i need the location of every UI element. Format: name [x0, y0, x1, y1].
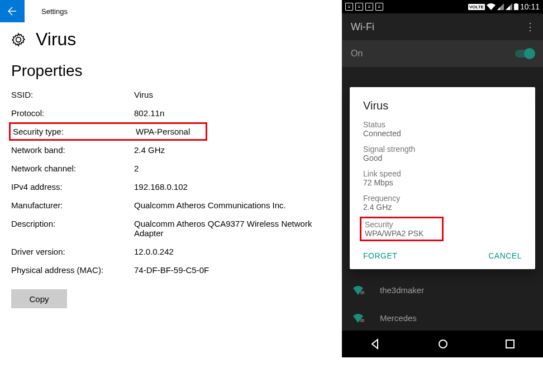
row-manufacturer: Manufacturer:Qualcomm Atheros Communicat…: [11, 196, 324, 214]
toggle-knob: [524, 48, 535, 59]
nav-back-icon[interactable]: [370, 338, 381, 350]
cancel-button[interactable]: CANCEL: [488, 251, 522, 260]
app-bar-title: Wi-Fi: [351, 21, 374, 33]
volte-badge: VOLTE: [468, 4, 485, 10]
svg-rect-2: [360, 291, 364, 294]
svg-rect-3: [360, 319, 364, 322]
properties-heading: Properties: [0, 50, 335, 85]
value: 2.4 GHz: [363, 203, 522, 212]
properties-list: SSID:Virus Protocol:802.11n Security typ…: [0, 85, 335, 279]
row-protocol: Protocol:802.11n: [11, 104, 324, 122]
value: Virus: [134, 90, 324, 99]
svg-point-4: [439, 340, 447, 348]
value: WPA/WPA2 PSK: [365, 229, 439, 238]
nav-recent-icon[interactable]: [505, 339, 515, 349]
network-name: Mercedes: [380, 313, 417, 323]
label: Description:: [11, 219, 134, 238]
forget-button[interactable]: FORGET: [363, 251, 397, 260]
wifi-details-dialog: Virus StatusConnected Signal strengthGoo…: [350, 87, 535, 269]
label: Security type:: [13, 127, 136, 136]
notification-icon: ≡: [365, 3, 373, 11]
on-label: On: [351, 49, 363, 59]
svg-rect-0: [514, 4, 518, 10]
wifi-toggle-row: On: [342, 40, 543, 67]
wifi-icon: [487, 3, 496, 10]
row-security: Security type:WPA-Personal: [11, 122, 324, 141]
svg-rect-5: [506, 340, 514, 348]
titlebar: Settings: [0, 0, 335, 22]
wifi-secure-icon: [352, 313, 364, 323]
label: Link speed: [363, 169, 522, 178]
nav-home-icon[interactable]: [437, 338, 449, 350]
label: Status: [363, 120, 522, 129]
row-driver: Driver version:12.0.0.242: [11, 242, 324, 261]
status-bar: ≡ ≡ ≡ ≡ VOLTE 10:11: [342, 0, 543, 13]
value: 2: [134, 164, 324, 173]
android-wifi-pane: ≡ ≡ ≡ ≡ VOLTE 10:11 Wi-Fi ⋮ On: [342, 0, 543, 357]
value: 802.11n: [134, 108, 324, 118]
clock: 10:11: [520, 2, 540, 11]
page-header: Virus: [0, 22, 335, 50]
label: Network band:: [11, 145, 134, 155]
wifi-secure-icon: [352, 285, 364, 295]
status-bar-left: ≡ ≡ ≡ ≡: [345, 3, 383, 11]
value: 72 Mbps: [363, 178, 522, 187]
dialog-speed: Link speed72 Mbps: [363, 169, 522, 187]
value: 12.0.0.242: [134, 247, 324, 256]
notification-icon: ≡: [375, 3, 383, 11]
app-bar: Wi-Fi ⋮: [342, 13, 543, 40]
titlebar-label: Settings: [41, 7, 68, 16]
dialog-frequency: Frequency2.4 GHz: [363, 194, 522, 212]
svg-rect-1: [515, 3, 517, 4]
label: Signal strength: [363, 145, 522, 154]
value: Good: [363, 154, 522, 162]
overflow-menu-icon[interactable]: ⋮: [525, 21, 534, 33]
label: Manufacturer:: [11, 200, 134, 210]
network-list-item[interactable]: the3dmaker: [342, 276, 543, 304]
value: 192.168.0.102: [134, 182, 324, 192]
nav-bar: [342, 331, 543, 357]
back-button[interactable]: [0, 0, 25, 22]
label: Frequency: [363, 194, 522, 203]
gear-icon: [11, 32, 26, 47]
label: IPv4 address:: [11, 182, 134, 192]
value: 2.4 GHz: [134, 145, 324, 155]
signal-icon: [497, 3, 504, 10]
row-band: Network band:2.4 GHz: [11, 141, 324, 159]
windows-settings-pane: Settings Virus Properties SSID:Virus Pro…: [0, 0, 335, 392]
dialog-security: SecurityWPA/WPA2 PSK: [360, 217, 444, 241]
label: SSID:: [11, 90, 134, 99]
label: Driver version:: [11, 247, 134, 256]
wifi-toggle[interactable]: [515, 50, 534, 58]
status-bar-right: VOLTE 10:11: [468, 2, 540, 11]
dialog-status: StatusConnected: [363, 120, 522, 138]
battery-icon: [514, 3, 518, 10]
network-list-item[interactable]: Mercedes: [342, 304, 543, 332]
signal-icon: [506, 3, 512, 10]
row-ipv4: IPv4 address:192.168.0.102: [11, 178, 324, 196]
dialog-signal: Signal strengthGood: [363, 145, 522, 162]
copy-button[interactable]: Copy: [11, 289, 67, 308]
dialog-actions: FORGET CANCEL: [363, 247, 522, 262]
value: Qualcomm Atheros QCA9377 Wireless Networ…: [134, 219, 324, 238]
row-mac: Physical address (MAC):74-DF-BF-59-C5-0F: [11, 261, 324, 279]
network-name: the3dmaker: [380, 285, 424, 295]
row-description: Description:Qualcomm Atheros QCA9377 Wir…: [11, 214, 324, 242]
row-channel: Network channel:2: [11, 159, 324, 178]
label: Network channel:: [11, 164, 134, 173]
row-ssid: SSID:Virus: [11, 85, 324, 104]
value: Qualcomm Atheros Communications Inc.: [134, 200, 324, 210]
label: Protocol:: [11, 108, 134, 118]
notification-icon: ≡: [355, 3, 363, 11]
value: Connected: [363, 129, 522, 138]
label: Physical address (MAC):: [11, 265, 134, 275]
value: WPA-Personal: [136, 127, 203, 136]
notification-icon: ≡: [345, 3, 353, 11]
arrow-left-icon: [8, 7, 17, 16]
dialog-title: Virus: [363, 99, 522, 112]
value: 74-DF-BF-59-C5-0F: [134, 265, 324, 275]
label: Security: [365, 220, 439, 229]
page-title: Virus: [36, 29, 76, 50]
